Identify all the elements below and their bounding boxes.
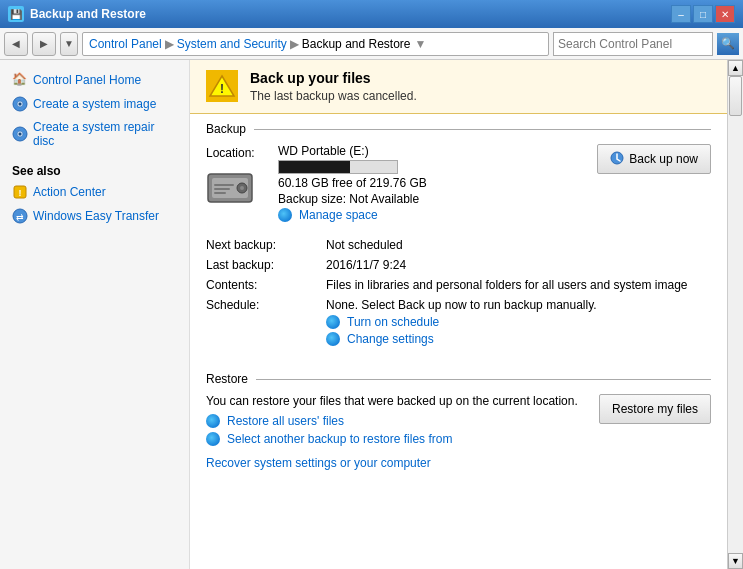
svg-text:!: !: [19, 188, 22, 198]
svg-rect-17: [214, 184, 234, 186]
scroll-thumb[interactable]: [729, 76, 742, 116]
warning-message: The last backup was cancelled.: [250, 89, 417, 103]
restore-main-row: You can restore your files that were bac…: [206, 394, 711, 446]
disc-icon-2: [12, 126, 28, 142]
backup-section-label: Backup: [206, 122, 246, 136]
scrollbar[interactable]: ▲ ▼: [727, 60, 743, 569]
contents-row: Contents: Files in libraries and persona…: [206, 278, 711, 292]
breadcrumb: Control Panel ▶ System and Security ▶ Ba…: [82, 32, 549, 56]
action-center-icon: !: [12, 184, 28, 200]
sidebar-item-create-system-image[interactable]: Create a system image: [12, 96, 177, 112]
location-details: WD Portable (E:) 60.18 GB free of 219.76…: [278, 144, 585, 228]
next-backup-label: Next backup:: [206, 238, 326, 252]
search-box: [553, 32, 713, 56]
sidebar-item-create-repair-disc[interactable]: Create a system repair disc: [12, 120, 177, 148]
next-backup-row: Next backup: Not scheduled: [206, 238, 711, 252]
app-icon: 💾: [8, 6, 24, 22]
dropdown-button[interactable]: ▼: [60, 32, 78, 56]
free-space: 60.18 GB free of 219.76 GB: [278, 176, 585, 190]
storage-bar: [278, 160, 398, 174]
backup-size: Backup size: Not Available: [278, 192, 585, 206]
title-bar-text: Backup and Restore: [30, 7, 671, 21]
location-value: WD Portable (E:) 60.18 GB free of 219.76…: [278, 144, 585, 222]
scroll-track: [728, 76, 743, 553]
last-backup-row: Last backup: 2016/11/7 9:24: [206, 258, 711, 272]
turn-on-schedule-link[interactable]: Turn on schedule: [326, 315, 711, 329]
title-bar: 💾 Backup and Restore – □ ✕: [0, 0, 743, 28]
back-button[interactable]: ◀: [4, 32, 28, 56]
scroll-down-button[interactable]: ▼: [728, 553, 743, 569]
change-settings-link[interactable]: Change settings: [326, 332, 711, 346]
schedule-value: None. Select Back up now to run backup m…: [326, 298, 711, 346]
globe-icon-1: [278, 208, 292, 222]
content-area: ! Back up your files The last backup was…: [190, 60, 727, 569]
breadcrumb-systemsecurity[interactable]: System and Security: [177, 37, 287, 51]
main-layout: 🏠 Control Panel Home Create a system ima…: [0, 60, 743, 569]
warning-title: Back up your files: [250, 70, 417, 86]
warning-icon: !: [206, 70, 238, 102]
title-bar-buttons: – □ ✕: [671, 5, 735, 23]
globe-icon-5: [206, 432, 220, 446]
contents-value: Files in libraries and personal folders …: [326, 278, 711, 292]
schedule-label: Schedule:: [206, 298, 326, 312]
maximize-button[interactable]: □: [693, 5, 713, 23]
restore-all-users-link[interactable]: Restore all users' files: [206, 414, 587, 428]
backup-now-button[interactable]: Back up now: [597, 144, 711, 174]
select-another-backup-link[interactable]: Select another backup to restore files f…: [206, 432, 587, 446]
svg-point-2: [19, 103, 22, 106]
last-backup-value: 2016/11/7 9:24: [326, 258, 711, 272]
contents-label: Contents:: [206, 278, 326, 292]
search-input[interactable]: [558, 37, 688, 51]
backup-section-header: Backup: [190, 114, 727, 140]
restore-section-label: Restore: [206, 372, 248, 386]
close-button[interactable]: ✕: [715, 5, 735, 23]
backup-divider: [254, 129, 711, 130]
svg-point-5: [19, 133, 22, 136]
recover-system-link[interactable]: Recover system settings or your computer: [206, 456, 711, 470]
see-also-title: See also: [12, 164, 177, 178]
svg-text:⇄: ⇄: [16, 212, 24, 222]
svg-text:!: !: [220, 82, 224, 96]
location-value-row: WD Portable (E:) 60.18 GB free of 219.76…: [278, 144, 585, 222]
restore-my-files-button[interactable]: Restore my files: [599, 394, 711, 424]
last-backup-label: Last backup:: [206, 258, 326, 272]
sidebar-item-action-center[interactable]: ! Action Center: [12, 184, 177, 200]
restore-content: You can restore your files that were bac…: [190, 390, 727, 482]
restore-section-header: Restore: [190, 364, 727, 390]
address-bar: ◀ ▶ ▼ Control Panel ▶ System and Securit…: [0, 28, 743, 60]
sidebar-item-controlpanel-home[interactable]: 🏠 Control Panel Home: [12, 72, 177, 88]
location-label-row: Location:: [206, 146, 266, 160]
storage-bar-fill: [279, 161, 350, 173]
scroll-up-button[interactable]: ▲: [728, 60, 743, 76]
sidebar: 🏠 Control Panel Home Create a system ima…: [0, 60, 190, 569]
transfer-icon: ⇄: [12, 208, 28, 224]
backup-content: Location:: [190, 140, 727, 364]
globe-icon-2: [326, 315, 340, 329]
home-icon: 🏠: [12, 72, 28, 88]
search-button[interactable]: 🔍: [717, 33, 739, 55]
restore-divider: [256, 379, 711, 380]
warning-text: Back up your files The last backup was c…: [250, 70, 417, 103]
warning-banner: ! Back up your files The last backup was…: [190, 60, 727, 114]
breadcrumb-controlpanel[interactable]: Control Panel: [89, 37, 162, 51]
breadcrumb-backup: Backup and Restore: [302, 37, 411, 51]
see-also-section: See also ! Action Center ⇄ Window: [12, 164, 177, 224]
disc-icon-1: [12, 96, 28, 112]
svg-point-16: [240, 186, 244, 190]
svg-rect-18: [214, 188, 230, 190]
globe-icon-3: [326, 332, 340, 346]
forward-button[interactable]: ▶: [32, 32, 56, 56]
globe-icon-4: [206, 414, 220, 428]
drive-icon: [206, 168, 254, 206]
manage-space-link[interactable]: Manage space: [278, 208, 585, 222]
svg-rect-19: [214, 192, 226, 194]
sidebar-item-easy-transfer[interactable]: ⇄ Windows Easy Transfer: [12, 208, 177, 224]
backup-icon: [610, 151, 624, 168]
restore-description: You can restore your files that were bac…: [206, 394, 587, 446]
next-backup-value: Not scheduled: [326, 238, 711, 252]
minimize-button[interactable]: –: [671, 5, 691, 23]
schedule-row: Schedule: None. Select Back up now to ru…: [206, 298, 711, 346]
